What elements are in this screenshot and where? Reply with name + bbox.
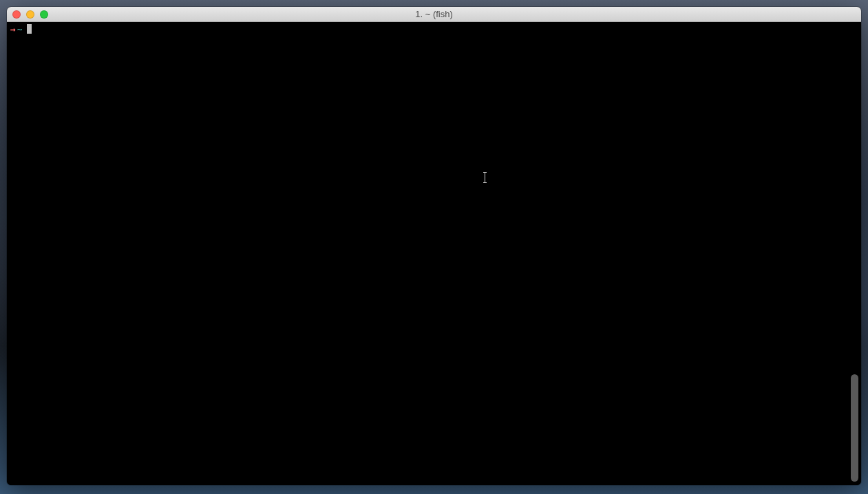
terminal-body[interactable]: → ~ <box>7 22 861 485</box>
terminal-window: 1. ~ (fish) → ~ <box>7 7 861 485</box>
window-titlebar[interactable]: 1. ~ (fish) <box>7 7 861 22</box>
scrollbar-track[interactable] <box>849 37 860 484</box>
text-cursor-icon <box>485 172 485 183</box>
prompt-arrow-icon: → <box>10 24 16 34</box>
minimize-button[interactable] <box>26 10 34 19</box>
terminal-cursor <box>27 24 32 34</box>
window-title: 1. ~ (fish) <box>415 9 453 19</box>
traffic-lights <box>7 10 48 19</box>
zoom-button[interactable] <box>40 10 48 19</box>
scrollbar-thumb[interactable] <box>851 374 858 482</box>
close-button[interactable] <box>12 10 21 19</box>
terminal-line: → ~ <box>7 22 861 36</box>
prompt-cwd: ~ <box>17 24 23 34</box>
